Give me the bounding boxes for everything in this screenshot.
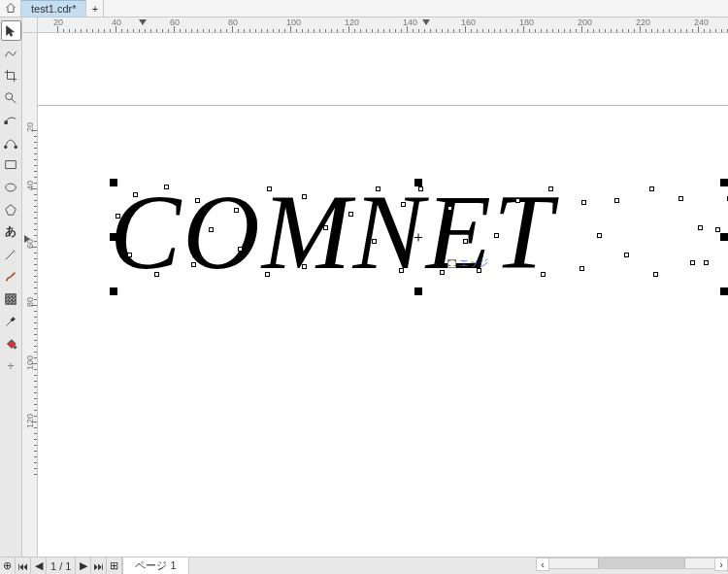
new-document-tab[interactable]: + [86, 0, 104, 17]
curve-node[interactable] [597, 233, 602, 238]
freehand-tool[interactable] [1, 43, 21, 63]
curve-node[interactable] [690, 260, 695, 265]
next-icon: ▶ [80, 559, 87, 572]
curve-node[interactable] [704, 260, 709, 265]
curve-node[interactable] [653, 272, 658, 277]
page-first-button[interactable]: ⏮ [16, 557, 31, 574]
fill-tool[interactable] [1, 333, 21, 354]
curve-node[interactable] [581, 200, 586, 205]
last-icon: ⏭ [93, 560, 104, 572]
hscroll-track[interactable] [549, 557, 714, 569]
curve-node[interactable] [649, 186, 654, 191]
add-tool[interactable]: + [1, 355, 21, 376]
pen-tool[interactable] [1, 244, 21, 264]
add-page-icon: ⊞ [110, 559, 118, 572]
page-counter: 1 / 1 [47, 557, 76, 574]
main-area: あ + 20406080100120140160180200220240 204… [0, 17, 728, 557]
snap-hint-label: エッジ [459, 256, 488, 270]
selection-handle-sw[interactable] [110, 287, 117, 295]
page-tab-label: ページ 1 [135, 558, 176, 573]
page-edge-line [38, 105, 728, 106]
toolbox: あ + [0, 17, 22, 557]
document-tab-label: test1.cdr* [31, 3, 76, 15]
page-last-button[interactable]: ⏭ [91, 557, 107, 574]
text-tool-label: あ [5, 223, 17, 240]
page-tab[interactable]: ページ 1 [122, 557, 188, 574]
selection-handle-ne[interactable] [720, 179, 728, 186]
curve-node[interactable] [614, 198, 619, 203]
ruler-caret-mid [422, 19, 430, 25]
svg-point-3 [15, 146, 17, 149]
eyedropper-tool[interactable] [1, 311, 21, 331]
svg-rect-6 [6, 293, 17, 304]
svg-point-2 [4, 146, 7, 149]
svg-point-0 [6, 92, 13, 99]
snap-hint: ⛶ エッジ [447, 256, 488, 270]
plus-icon: + [7, 358, 15, 373]
canvas-viewport[interactable]: COMNET ⛶ エッジ [38, 33, 728, 557]
polygon-tool[interactable] [1, 199, 21, 219]
page-add-button[interactable]: ⊕ [0, 557, 16, 574]
page-add2-button[interactable]: ⊞ [107, 557, 122, 574]
home-icon [5, 2, 17, 16]
curve-node[interactable] [698, 225, 703, 230]
hscroll-thumb[interactable] [598, 557, 685, 569]
app-root: test1.cdr* + あ + [0, 0, 728, 574]
page-prev-button[interactable]: ◀ [31, 557, 47, 574]
horizontal-ruler[interactable]: 20406080100120140160180200220240 [38, 17, 728, 33]
curve-node[interactable] [715, 227, 720, 232]
chevron-left-icon: ‹ [541, 558, 545, 570]
document-tab-active[interactable]: test1.cdr* [21, 0, 86, 17]
plus-icon: + [92, 3, 98, 15]
page-navigator: ⊕ ⏮ ◀ 1 / 1 ▶ ⏭ ⊞ ページ 1 ‹ › [0, 557, 728, 574]
selection-handle-se[interactable] [720, 287, 728, 295]
transparency-tool[interactable] [1, 288, 21, 309]
prev-icon: ◀ [35, 559, 43, 572]
page-total: 1 [65, 560, 71, 572]
selection-handle-nw[interactable] [110, 179, 117, 186]
hscroll-left-button[interactable]: ‹ [536, 557, 549, 571]
selection-handle-w[interactable] [110, 233, 117, 241]
svg-point-5 [6, 184, 17, 191]
snap-hint-icon: ⛶ [447, 259, 456, 268]
vertical-ruler[interactable]: 20406080100120 [22, 33, 38, 557]
shape-edit-tool[interactable] [1, 110, 21, 130]
curve-node[interactable] [579, 266, 584, 271]
selection-handle-n[interactable] [414, 179, 422, 186]
curve-node[interactable] [624, 253, 629, 257]
rectangle-tool[interactable] [1, 154, 21, 175]
page-next-button[interactable]: ▶ [76, 557, 91, 574]
svg-rect-1 [5, 120, 8, 123]
plus-page-icon: ⊕ [3, 559, 12, 572]
zoom-tool[interactable] [1, 87, 21, 108]
ruler-corner[interactable] [22, 17, 38, 33]
selection-handle-e[interactable] [720, 233, 728, 241]
brush-tool[interactable] [1, 266, 21, 287]
hscroll-right-button[interactable]: › [714, 557, 728, 571]
chevron-right-icon: › [719, 558, 723, 570]
selection-center-mark[interactable] [414, 234, 422, 242]
text-tool[interactable]: あ [1, 221, 21, 242]
welcome-tab[interactable] [0, 0, 21, 17]
document-tabstrip: test1.cdr* + [0, 0, 728, 17]
curve-node[interactable] [678, 196, 683, 201]
bezier-tool[interactable] [1, 132, 21, 152]
ellipse-tool[interactable] [1, 177, 21, 197]
first-icon: ⏮ [17, 560, 28, 572]
ruler-caret-left [139, 19, 147, 25]
crop-tool[interactable] [1, 65, 21, 85]
select-tool[interactable] [1, 20, 21, 41]
workspace: 20406080100120140160180200220240 2040608… [22, 17, 728, 557]
svg-rect-4 [6, 160, 17, 168]
selection-handle-s[interactable] [414, 287, 422, 295]
svg-point-9 [14, 346, 17, 349]
